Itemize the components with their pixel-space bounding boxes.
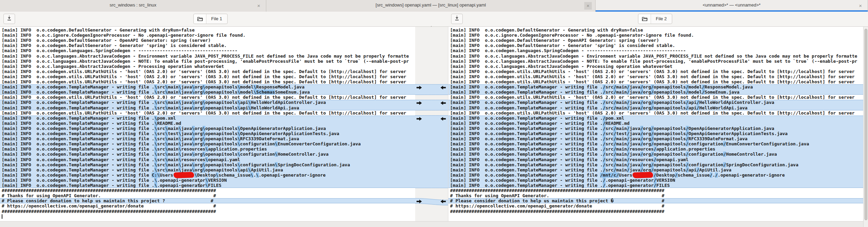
log-line: [main] INFO o.o.codegen.TemplateManager … (448, 136, 863, 141)
log-line: [main] INFO o.o.codegen.TemplateManager … (448, 157, 863, 162)
vertical-scrollbar[interactable] (863, 27, 868, 227)
save-button-right[interactable] (451, 14, 463, 24)
log-line: # Thanks for using OpenAPI Generator. # (0, 193, 416, 198)
log-line: [main] INFO o.o.codegen.TemplateManager … (448, 100, 863, 105)
tab-label: src_windows : src_linux (0, 2, 266, 8)
log-line: [main] INFO o.o.codegen.DefaultGenerator… (0, 38, 416, 43)
mouse-cursor-ibeam (198, 181, 202, 189)
tab-label: [src_windows] openapi.yaml — [src_linux]… (266, 2, 595, 8)
log-line: [main] INFO o.o.c.languages.AbstractJava… (0, 53, 416, 59)
log-line: [main] INFO o.o.codegen.TemplateManager … (0, 126, 416, 131)
folder-open-icon (639, 14, 651, 24)
log-line: [main] INFO o.o.codegen.TemplateManager … (448, 162, 863, 167)
diff-link-map (415, 27, 448, 221)
log-line: [main] INFO o.o.codegen.TemplateManager … (0, 157, 416, 162)
close-icon[interactable]: × (857, 2, 864, 10)
log-line: [main] INFO o.o.codegen.TemplateManager … (448, 141, 863, 146)
log-line: ########################################… (0, 188, 416, 193)
push-right-arrow-icon[interactable] (417, 116, 422, 120)
log-line: [main] INFO o.o.codegen.utils.URLPathUti… (448, 79, 863, 84)
log-line: # Please consider donation to help us ma… (0, 198, 416, 203)
close-icon[interactable]: × (584, 2, 592, 10)
log-line: [main] INFO o.o.codegen.DefaultGenerator… (448, 27, 863, 33)
log-line: [main] INFO o.o.codegen.TemplateManager … (0, 183, 416, 188)
log-line: ########################################… (448, 188, 863, 193)
chunk-connector-bands (415, 27, 448, 221)
log-line (448, 214, 863, 219)
log-line: [main] INFO o.o.codegen.utils.URLPathUti… (448, 110, 863, 116)
log-line: [main] INFO o.o.codegen.TemplateManager … (0, 136, 416, 141)
log-line: [main] INFO o.o.codegen.TemplateManager … (448, 152, 863, 157)
push-left-arrow-icon[interactable] (441, 85, 446, 89)
log-line: [main] INFO o.o.codegen.TemplateManager … (0, 152, 416, 157)
log-line: [main] INFO o.o.codegen.utils.URLPathUti… (0, 95, 416, 100)
log-line: [main] INFO o.o.codegen.utils.URLPathUti… (0, 74, 416, 79)
push-left-arrow-icon[interactable] (441, 199, 446, 203)
close-icon[interactable]: × (255, 2, 263, 10)
tab-2[interactable]: [src_windows] openapi.yaml — [src_linux]… (266, 0, 596, 12)
log-line: [main] INFO o.o.codegen.TemplateManager … (448, 183, 863, 188)
log-line: # Thanks for using OpenAPI Generator. # (448, 193, 863, 198)
log-line: [main] INFO o.o.codegen.utils.URLPathUti… (0, 79, 416, 84)
log-line: [main] INFO o.o.codegen.TemplateManager … (448, 121, 863, 126)
push-left-arrow-icon[interactable] (441, 100, 446, 105)
log-line: [main] INFO o.o.codegen.TemplateManager … (448, 105, 863, 110)
file1-button-label: File 1 (206, 14, 227, 24)
tab-3[interactable]: <unnamed>* — <unnamed>*× (596, 0, 868, 12)
log-line: [main] INFO o.o.codegen.TemplateManager … (448, 178, 863, 183)
log-line: [main] INFO o.o.codegen.TemplateManager … (0, 167, 416, 172)
log-line: [main] INFO o.o.codegen.TemplateManager … (448, 167, 863, 172)
log-line: [main] INFO o.o.c.languages.AbstractJava… (0, 64, 416, 69)
log-line: [main] INFO o.o.codegen.TemplateManager … (0, 89, 416, 95)
log-line: [main] INFO o.o.c.languages.AbstractJava… (448, 59, 863, 64)
log-line (0, 214, 416, 219)
push-right-arrow-icon[interactable] (417, 199, 422, 203)
tab-1[interactable]: src_windows : src_linux× (0, 0, 266, 12)
log-line: [main] INFO o.o.codegen.utils.URLPathUti… (448, 74, 863, 79)
log-line: [main] INFO o.o.codegen.TemplateManager … (0, 116, 416, 121)
push-right-arrow-icon[interactable] (417, 100, 422, 105)
log-line: [main] INFO o.o.c.ignore.CodegenIgnorePr… (0, 33, 416, 38)
folder-open-icon (194, 14, 206, 24)
log-line: [main] INFO o.o.codegen.utils.URLPathUti… (0, 69, 416, 74)
log-line: [main] INFO o.o.codegen.utils.URLPathUti… (0, 110, 416, 116)
log-line: [main] INFO o.o.codegen.utils.URLPathUti… (448, 69, 863, 74)
log-line: [main] INFO o.o.codegen.TemplateManager … (448, 172, 863, 178)
log-line: [main] INFO o.o.codegen.TemplateManager … (448, 146, 863, 152)
log-line: [main] INFO o.o.codegen.TemplateManager … (0, 146, 416, 152)
log-line: [main] INFO o.o.codegen.TemplateManager … (0, 100, 416, 105)
log-line: [main] INFO o.o.codegen.languages.Spring… (0, 48, 416, 53)
log-line: [main] INFO o.o.codegen.TemplateManager … (0, 172, 416, 178)
tab-label: <unnamed>* — <unnamed>* (596, 2, 868, 8)
push-left-arrow-icon[interactable] (441, 116, 446, 120)
log-line: [main] INFO o.o.codegen.TemplateManager … (0, 131, 416, 136)
log-line: # https://opencollective.com/openapi_gen… (0, 203, 416, 208)
file1-button[interactable]: File 1 (193, 14, 228, 24)
horizontal-scrollbar[interactable] (0, 221, 863, 227)
log-line: # https://opencollective.com/openapi_gen… (448, 203, 863, 208)
log-line: # Please consider donation to help us ma… (448, 198, 863, 203)
log-line: [main] INFO o.o.codegen.DefaultGenerator… (0, 43, 416, 48)
log-line: [main] INFO o.o.codegen.DefaultGenerator… (448, 38, 863, 43)
file2-button[interactable]: File 2 (638, 14, 672, 24)
log-line: [main] INFO o.o.codegen.TemplateManager … (448, 89, 863, 95)
log-line: [main] INFO o.o.codegen.TemplateManager … (448, 126, 863, 131)
log-line: [main] INFO o.o.c.ignore.CodegenIgnorePr… (448, 33, 863, 38)
log-line: [main] INFO o.o.codegen.languages.Spring… (448, 48, 863, 53)
log-line: [main] INFO o.o.codegen.TemplateManager … (448, 84, 863, 89)
log-line: [main] INFO o.o.codegen.TemplateManager … (0, 84, 416, 89)
vertical-scrollbar-thumb[interactable] (865, 29, 867, 220)
right-text-pane[interactable]: [main] INFO o.o.codegen.DefaultGenerator… (448, 27, 863, 221)
save-icon (454, 15, 460, 22)
log-line: ########################################… (448, 209, 863, 214)
text-caret (2, 214, 2, 219)
log-line: [main] INFO o.o.codegen.TemplateManager … (0, 121, 416, 126)
log-line: [main] INFO o.o.codegen.utils.URLPathUti… (448, 95, 863, 100)
log-line: [main] INFO o.o.codegen.DefaultGenerator… (0, 27, 416, 33)
push-right-arrow-icon[interactable] (417, 85, 422, 89)
toolbar: File 1 File 2 (0, 12, 868, 27)
log-line: [main] INFO o.o.c.languages.AbstractJava… (448, 53, 863, 59)
save-button-left[interactable] (3, 14, 15, 24)
tab-bar: src_windows : src_linux×[src_windows] op… (0, 0, 868, 12)
left-text-pane[interactable]: [main] INFO o.o.codegen.DefaultGenerator… (0, 27, 416, 221)
